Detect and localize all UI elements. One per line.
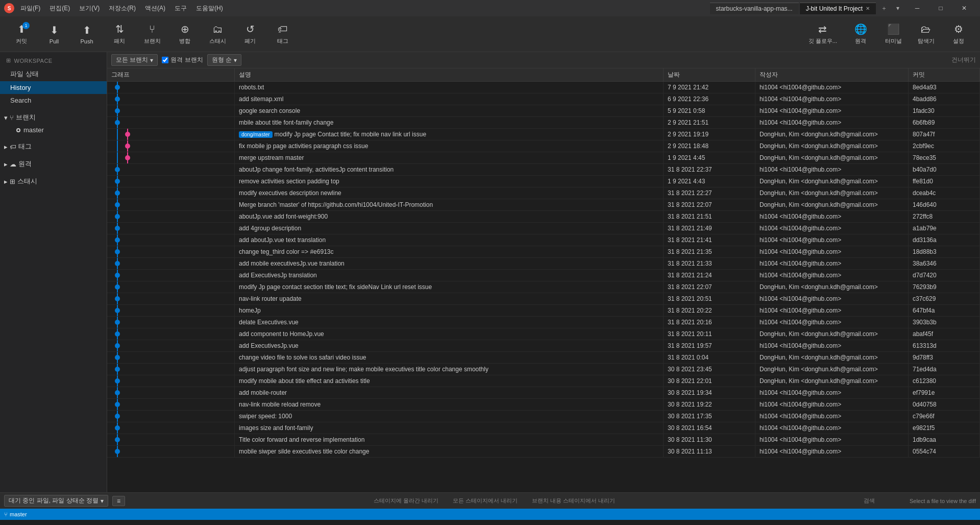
table-row[interactable]: google search console5 9 2021 0:58hi1004… [107, 105, 980, 117]
table-row[interactable]: delate Executives.vue31 8 2021 20:16hi10… [107, 317, 980, 328]
table-row[interactable]: add sitemap.xml6 9 2021 22:36hi1004 <hi1… [107, 93, 980, 105]
master-label: master [23, 126, 44, 134]
table-row[interactable]: add component to HomeJp.vue31 8 2021 20:… [107, 328, 980, 340]
remote-branches-checkbox-label[interactable]: 원격 브랜치 [162, 56, 203, 64]
author-cell: hi1004 <hi1004@github.com> [755, 446, 909, 457]
table-row[interactable]: Title color forward and reverse implemen… [107, 434, 980, 446]
sidebar-file-status[interactable]: 파일 상태 [0, 67, 107, 81]
table-row[interactable]: mbile about title font-family change2 9 … [107, 117, 980, 129]
tab-2-close[interactable]: ✕ [866, 6, 870, 11]
tag-section-header[interactable]: ▸ 🏷 태그 [0, 140, 107, 153]
list-view-button[interactable]: ≡ [112, 496, 125, 506]
remote-button[interactable]: 🌐 원격 [845, 21, 876, 47]
table-row[interactable]: aboutJp.vue add font-weight:90031 8 2021… [107, 211, 980, 223]
author-cell: DongHun, Kim <donghun.kdh@gmail.com> [755, 187, 909, 199]
table-row[interactable]: homeJp31 8 2021 20:22hi1004 <hi1004@gith… [107, 305, 980, 317]
close-button[interactable]: ✕ [952, 0, 976, 16]
table-header: 그래프 설명 날짜 작성자 커밋 [107, 68, 980, 82]
tab-1[interactable]: starbucks-vanilla-app-mas... [710, 3, 799, 14]
content-area: 모든 브랜치 ▾ 원격 브랜치 원형 순 ▾ 건너뛰기 그래프 설명 날짜 작성… [107, 52, 980, 492]
table-row[interactable]: Merge branch 'master' of https://github.… [107, 199, 980, 211]
commit-cell: e9821f5 [909, 422, 980, 434]
table-row[interactable]: merge upstream master1 9 2021 4:45DongHu… [107, 152, 980, 164]
tab-2[interactable]: J-bit United It Project ✕ [800, 3, 876, 14]
date-cell: 7 9 2021 21:42 [664, 82, 755, 93]
table-row[interactable]: remove activities section padding top1 9… [107, 176, 980, 187]
remote-section-header[interactable]: ▸ ☁ 원격 [0, 157, 107, 171]
date-cell: 6 9 2021 22:36 [664, 93, 755, 105]
pending-files-button[interactable]: 대기 중인 파일, 파일 상태순 정렬 ▾ [4, 495, 108, 507]
menu-repo[interactable]: 저장소(R) [105, 3, 140, 14]
author-cell: DongHun, Kim <donghun.kdh@gmail.com> [755, 281, 909, 293]
branch-button[interactable]: ⑂ 브랜치 [137, 21, 167, 47]
table-row[interactable]: change teg_third color => #e6913c31 8 20… [107, 246, 980, 258]
table-row[interactable]: fix mobile jp page activities paragraph … [107, 140, 980, 152]
author-cell: hi1004 <hi1004@github.com> [755, 270, 909, 281]
table-row[interactable]: modify executives description newline31 … [107, 187, 980, 199]
menu-view[interactable]: 보기(V) [75, 3, 104, 14]
sidebar-master[interactable]: master [0, 124, 107, 136]
branch-chevron-icon: ▾ [4, 114, 8, 122]
stash-button[interactable]: 🗂 스태시 [202, 21, 233, 47]
date-cell: 2 9 2021 19:19 [664, 129, 755, 140]
settings-button[interactable]: ⚙ 설정 [943, 21, 974, 47]
terminal-button[interactable]: ⬛ 터미널 [878, 21, 909, 47]
branch-status-icon: ⑂ [4, 511, 8, 517]
push-button[interactable]: ⬆ Push [71, 22, 102, 46]
sidebar-history[interactable]: History [0, 81, 107, 94]
table-row[interactable]: modify Jp page contact section title tex… [107, 281, 980, 293]
sidebar-search[interactable]: Search [0, 94, 107, 107]
menu-file[interactable]: 파일(F) [16, 3, 44, 14]
order-button[interactable]: 원형 순 ▾ [207, 54, 241, 66]
table-row[interactable]: change video file to solve ios safari vi… [107, 352, 980, 364]
toolbar: 1 ⬆ 커밋 ⬇ Pull ⬆ Push ⇅ 패치 ⑂ 브랜치 ⊕ 병합 🗂 스… [0, 16, 980, 52]
all-branches-button[interactable]: 모든 브랜치 ▾ [111, 54, 158, 66]
table-row[interactable]: images size and font-family30 8 2021 16:… [107, 422, 980, 434]
desc-cell: aboutJp change font-family, activitiesJp… [235, 164, 664, 175]
gitflow-button[interactable]: ⇄ 깃 플로우... [802, 21, 843, 47]
author-cell: hi1004 <hi1004@github.com> [755, 105, 909, 116]
table-row[interactable]: add aboutJp.vue text translation31 8 202… [107, 234, 980, 246]
table-row[interactable]: aboutJp change font-family, activitiesJp… [107, 164, 980, 176]
merge-button[interactable]: ⊕ 병합 [169, 21, 200, 47]
tag-button[interactable]: 🏷 태그 [267, 21, 298, 47]
branch-status: ⑂ master [4, 511, 27, 517]
commit-button[interactable]: 1 ⬆ 커밋 [6, 21, 37, 47]
tab-add-button[interactable]: ＋ [877, 2, 891, 15]
table-row[interactable]: add mobile-router30 8 2021 19:34hi1004 <… [107, 387, 980, 399]
stash-section-header[interactable]: ▸ ⊞ 스태시 [0, 175, 107, 188]
branch-section-header[interactable]: ▾ ⑂ 브랜치 [0, 111, 107, 124]
table-row[interactable]: swiper speed: 100030 8 2021 17:35hi1004 … [107, 411, 980, 422]
minimize-button[interactable]: ─ [905, 0, 929, 16]
svg-point-42 [115, 308, 120, 313]
table-row[interactable]: add 4group description31 8 2021 21:49hi1… [107, 223, 980, 234]
table-row[interactable]: nav-link router upadate31 8 2021 20:51hi… [107, 293, 980, 305]
author-cell: hi1004 <hi1004@github.com> [755, 223, 909, 234]
table-row[interactable]: robots.txt7 9 2021 21:42hi1004 <hi1004@g… [107, 82, 980, 93]
maximize-button[interactable]: □ [929, 0, 952, 16]
table-row[interactable]: nav-link mobile reload remove30 8 2021 1… [107, 399, 980, 411]
menu-edit[interactable]: 편집(E) [45, 3, 74, 14]
graph-cell [107, 246, 235, 257]
tab-dropdown[interactable]: ▾ [892, 3, 903, 14]
pull-button[interactable]: ⬇ Pull [39, 22, 69, 46]
table-row[interactable]: add ExecutivesJp.vue31 8 2021 19:57hi100… [107, 340, 980, 352]
table-row[interactable]: adjust paragraph font size and new line;… [107, 364, 980, 375]
discard-button[interactable]: ↺ 폐기 [235, 21, 265, 47]
table-row[interactable]: add ExecutivesJp translation31 8 2021 21… [107, 270, 980, 281]
menu-help[interactable]: 도움말(H) [192, 3, 227, 14]
date-cell: 30 8 2021 11:30 [664, 434, 755, 445]
author-cell: hi1004 <hi1004@github.com> [755, 434, 909, 445]
table-row[interactable]: add mobile executivesJp.vue tranlation31… [107, 258, 980, 270]
menu-action[interactable]: 액션(A) [141, 3, 169, 14]
explore-button[interactable]: 🗁 탐색기 [911, 21, 941, 47]
date-cell: 30 8 2021 17:35 [664, 411, 755, 422]
table-row[interactable]: modify mobile about title effect and act… [107, 375, 980, 387]
table-row[interactable]: dong/mastermodify Jp page Contact title;… [107, 129, 980, 140]
menu-tools[interactable]: 도구 [170, 3, 191, 14]
patch-button[interactable]: ⇅ 패치 [104, 21, 135, 47]
patch-icon: ⇅ [115, 23, 124, 35]
svg-point-5 [115, 108, 120, 113]
remote-branches-checkbox[interactable] [162, 57, 168, 63]
table-row[interactable]: mobile siwper silde executives title col… [107, 446, 980, 458]
